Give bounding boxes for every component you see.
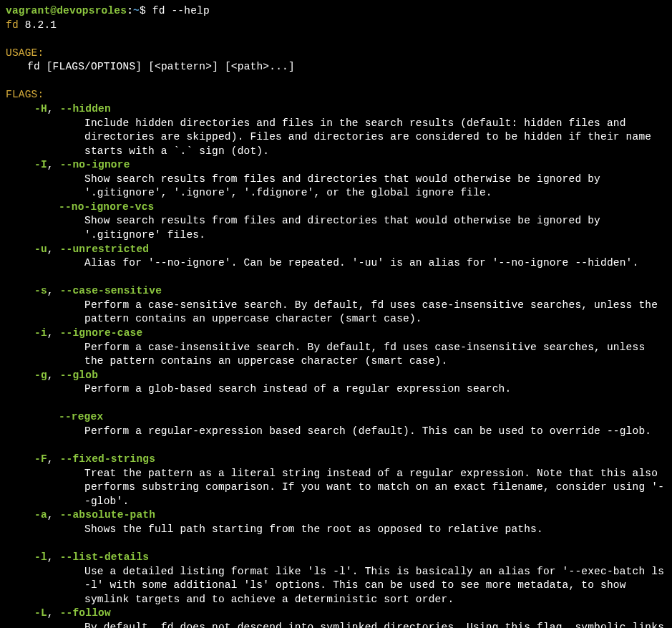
flag-line: -I, --no-ignore [6, 158, 666, 173]
flag-description: Treat the pattern as a literal string in… [6, 467, 666, 509]
flag-description: Perform a glob-based search instead of a… [6, 382, 666, 397]
flag-short: -a [34, 509, 47, 521]
flag-description: Perform a case-sensitive search. By defa… [6, 299, 666, 327]
program-name: fd [6, 19, 19, 31]
flag-long: --no-ignore-vcs [59, 201, 155, 213]
blank-line [6, 536, 666, 551]
flag-long: --follow [60, 607, 111, 619]
flag-short: -F [34, 453, 47, 465]
flag-separator: , [47, 453, 60, 465]
flag-long: --hidden [60, 103, 111, 115]
prompt-host: devopsroles [57, 5, 127, 16]
flag-line: --no-ignore-vcs [6, 201, 666, 215]
flag-description: Include hidden directories and files in … [6, 117, 666, 159]
flag-line: -i, --ignore-case [6, 327, 666, 341]
flag-short: -L [34, 607, 47, 619]
flag-description: Show search results from files and direc… [6, 214, 666, 242]
usage-text: fd [FLAGS/OPTIONS] [<pattern>] [<path>..… [6, 60, 666, 74]
flag-description: Alias for '--no-ignore'. Can be repeated… [6, 256, 666, 271]
flag-long: --no-ignore [60, 159, 130, 170]
blank-line [6, 74, 666, 89]
flag-separator: , [47, 551, 60, 563]
flag-line: -l, --list-details [6, 551, 666, 565]
command-text: fd --help [152, 5, 210, 16]
terminal-output: vagrant@devopsroles:~$ fd --help fd 8.2.… [6, 4, 666, 628]
flag-long: --ignore-case [60, 327, 143, 339]
flag-long: --absolute-path [60, 509, 156, 521]
flag-separator: , [47, 243, 60, 255]
flag-separator: , [47, 369, 60, 381]
flag-short: -i [34, 327, 47, 339]
blank-line [6, 438, 666, 453]
flag-long: --case-sensitive [60, 285, 162, 296]
flag-description: Show search results from files and direc… [6, 173, 666, 201]
flags-header: FLAGS: [6, 88, 666, 102]
flag-line: -F, --fixed-strings [6, 453, 666, 467]
flag-description: Perform a case-insensitive search. By de… [6, 341, 666, 369]
flag-line: -H, --hidden [6, 102, 666, 117]
flag-short: -H [34, 103, 47, 115]
flag-description: Use a detailed listing format like 'ls -… [6, 565, 666, 607]
flags-list: -H, --hiddenInclude hidden directories a… [6, 102, 666, 628]
prompt-dollar: $ [140, 5, 146, 16]
usage-header: USAGE: [6, 47, 666, 61]
flag-separator: , [47, 159, 60, 170]
flag-line: -s, --case-sensitive [6, 284, 666, 299]
blank-line [6, 271, 666, 285]
flag-short: -g [34, 369, 47, 381]
flag-line: --regex [6, 410, 666, 425]
flag-long: --glob [60, 369, 98, 381]
prompt-path: ~ [133, 5, 140, 16]
prompt-user: vagrant [6, 5, 50, 16]
prompt-at: @ [50, 5, 57, 16]
flag-line: -g, --glob [6, 369, 666, 383]
flag-line: -L, --follow [6, 607, 666, 621]
flag-separator: , [47, 509, 60, 521]
flag-description: Shows the full path starting from the ro… [6, 523, 666, 537]
flag-separator: , [47, 285, 60, 296]
flag-short: -I [34, 159, 47, 170]
flag-long: --unrestricted [60, 243, 150, 255]
usage-section: USAGE: fd [FLAGS/OPTIONS] [<pattern>] [<… [6, 47, 666, 74]
program-line: fd 8.2.1 [6, 19, 666, 33]
prompt-colon: : [127, 5, 133, 16]
flag-line: -a, --absolute-path [6, 508, 666, 523]
flag-short: -l [34, 551, 47, 563]
flags-section: FLAGS: -H, --hiddenInclude hidden direct… [6, 88, 666, 628]
flag-long: --list-details [60, 551, 150, 563]
flag-short: -s [34, 285, 47, 296]
flag-description: By default, fd does not descend into sym… [6, 621, 666, 628]
blank-line [6, 32, 666, 47]
flag-description: Perform a regular-expression based searc… [6, 425, 666, 439]
flag-line: -u, --unrestricted [6, 243, 666, 257]
flag-long: --regex [59, 411, 103, 422]
flag-short: -u [34, 243, 47, 255]
flag-separator: , [47, 607, 60, 619]
flag-long: --fixed-strings [60, 453, 156, 465]
program-version: 8.2.1 [25, 19, 57, 31]
blank-line [6, 397, 666, 411]
prompt-line: vagrant@devopsroles:~$ fd --help [6, 4, 666, 19]
flag-separator: , [47, 103, 60, 115]
flag-separator: , [47, 327, 60, 339]
